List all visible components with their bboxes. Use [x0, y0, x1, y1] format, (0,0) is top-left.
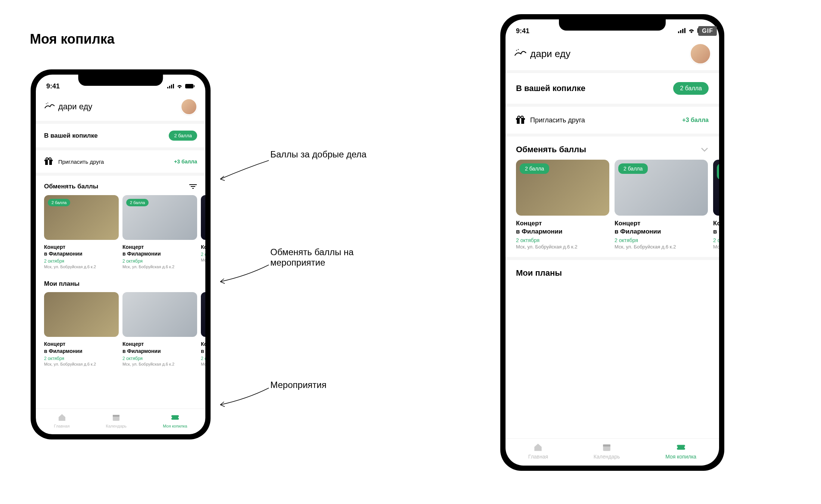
home-icon — [57, 413, 67, 422]
card-address: Мск, ул. Бобруйская д.6 к.2 — [122, 362, 197, 366]
chevron-down-icon[interactable] — [700, 145, 709, 154]
divider — [506, 134, 719, 137]
event-card[interactable]: Концерт 2 о Мс — [201, 195, 205, 269]
divider — [506, 104, 719, 107]
ticket-icon — [676, 442, 686, 452]
svg-point-27 — [516, 50, 517, 51]
tab-calendar[interactable]: Календарь — [106, 413, 127, 428]
page-title: Моя копилка — [30, 31, 115, 47]
plans-header: Мои планы — [36, 273, 205, 292]
app-logo: дари еду — [514, 48, 570, 60]
card-date: 2 октября — [122, 356, 197, 361]
tab-home[interactable]: Главная — [54, 413, 70, 428]
card-date: 2 октября — [44, 356, 119, 361]
exchange-header: Обменять баллы — [36, 176, 205, 195]
svg-point-12 — [49, 158, 51, 160]
annotation-events: Мероприятия — [270, 380, 326, 390]
svg-point-11 — [46, 158, 48, 160]
balance-row[interactable]: В вашей копилке 2 балла — [506, 73, 719, 104]
wifi-icon — [176, 82, 183, 90]
invite-bonus: +3 балла — [682, 117, 709, 123]
plans-title: Мои планы — [44, 280, 80, 288]
svg-rect-2 — [171, 85, 172, 88]
card-title: Концертв Филармонии — [44, 341, 119, 354]
event-card[interactable]: Концертв Филармонии 2 октября Мск, ул. Б… — [122, 292, 197, 366]
card-address: Мс — [201, 362, 205, 366]
exchange-title: Обменять баллы — [516, 145, 586, 154]
exchange-cards[interactable]: 2 балла Концертв Филармонии 2 октября Мс… — [36, 195, 205, 269]
event-card[interactable]: Ков Ф 2 о Мс — [201, 292, 205, 366]
balance-badge: 2 балла — [169, 131, 197, 141]
svg-rect-1 — [169, 86, 170, 88]
calendar-icon — [602, 442, 612, 452]
event-card[interactable]: Концертв Филармонии 2 октября Мск, ул. Б… — [44, 292, 119, 366]
plans-cards[interactable]: Концертв Филармонии 2 октября Мск, ул. Б… — [36, 292, 205, 366]
svg-rect-3 — [173, 84, 174, 88]
tab-label: Моя копилка — [665, 454, 696, 460]
tab-label: Моя копилка — [163, 424, 187, 428]
card-badge: 2 балла — [520, 163, 549, 174]
phone-mockup-left: 9:41 дари еду В вашей копилке 2 балла — [31, 69, 211, 439]
card-title: Концертв Филармонии — [516, 219, 609, 236]
event-card[interactable]: 2 балла Концертв Филармонии 2 октября Мс… — [516, 160, 609, 250]
event-card[interactable]: 2 балла Концертв Филармонии 2 октября Мс… — [44, 195, 119, 269]
svg-rect-18 — [171, 415, 179, 420]
balance-label: В вашей копилке — [516, 84, 585, 93]
phone-mockup-right: GIF 9:41 дари еду В вашей копилке 2 балл… — [500, 14, 724, 471]
event-card[interactable]: 2 б Концв Фил 2 ок Мск — [713, 160, 719, 250]
event-card[interactable]: 2 балла Концертв Филармонии 2 октября Мс… — [122, 195, 197, 269]
card-date: 2 о — [201, 252, 205, 257]
phone-notch — [78, 75, 163, 86]
tab-label: Главная — [54, 424, 70, 428]
divider — [36, 173, 205, 176]
tab-calendar[interactable]: Календарь — [594, 442, 620, 460]
tab-label: Главная — [528, 454, 548, 460]
annotation-exchange: Обменять баллы на мероприятие — [270, 247, 382, 268]
card-title: Концертв Филармонии — [122, 341, 197, 354]
ticket-icon — [170, 413, 180, 422]
svg-point-32 — [517, 116, 520, 119]
avatar[interactable] — [690, 43, 711, 64]
home-icon — [533, 442, 543, 452]
invite-row[interactable]: Пригласить друга +3 балла — [506, 107, 719, 134]
divider — [36, 121, 205, 124]
status-time: 9:41 — [46, 82, 60, 90]
svg-rect-10 — [48, 160, 49, 165]
plans-header: Мои планы — [506, 260, 719, 283]
svg-rect-4 — [185, 84, 193, 88]
card-title: Концерт — [201, 244, 205, 250]
tab-label: Календарь — [106, 424, 127, 428]
filter-icon[interactable] — [189, 182, 197, 191]
card-title: Концертв Филармонии — [122, 244, 197, 257]
tab-piggy[interactable]: Моя копилка — [665, 442, 696, 460]
tab-home[interactable]: Главная — [528, 442, 548, 460]
divider — [506, 70, 719, 73]
invite-row[interactable]: Пригласить друга +3 балла — [36, 150, 205, 173]
app-header: дари еду — [506, 37, 719, 70]
tab-bar: Главная Календарь Моя копилка — [36, 408, 205, 434]
exchange-title: Обменять баллы — [44, 183, 98, 190]
card-address: Мск — [713, 244, 719, 250]
app-name: дари еду — [58, 102, 92, 112]
divider — [506, 257, 719, 260]
card-badge: 2 б — [717, 163, 719, 180]
card-date: 2 октября — [44, 259, 119, 264]
avatar[interactable] — [181, 98, 197, 115]
card-title: Концв Фил — [713, 219, 719, 236]
tab-piggy[interactable]: Моя копилка — [163, 413, 187, 428]
card-address: Мск, ул. Бобруйская д.6 к.2 — [122, 264, 197, 269]
arrow-icon — [217, 157, 273, 187]
exchange-cards[interactable]: 2 балла Концертв Филармонии 2 октября Мс… — [506, 160, 719, 250]
plans-title: Мои планы — [516, 268, 562, 278]
svg-rect-35 — [603, 444, 610, 446]
svg-rect-5 — [194, 85, 195, 87]
event-card[interactable]: 2 балла Концертв Филармонии 2 октября Мс… — [615, 160, 708, 250]
card-address: Мск, ул. Бобруйская д.6 к.2 — [615, 244, 708, 250]
svg-rect-0 — [167, 87, 168, 88]
gif-badge: GIF — [698, 26, 717, 36]
card-badge: 2 балла — [618, 163, 648, 174]
card-address: Мск, ул. Бобруйская д.6 к.2 — [516, 244, 609, 250]
arrow-icon — [217, 261, 273, 291]
svg-rect-22 — [680, 30, 681, 33]
balance-row[interactable]: В вашей копилке 2 балла — [36, 124, 205, 147]
